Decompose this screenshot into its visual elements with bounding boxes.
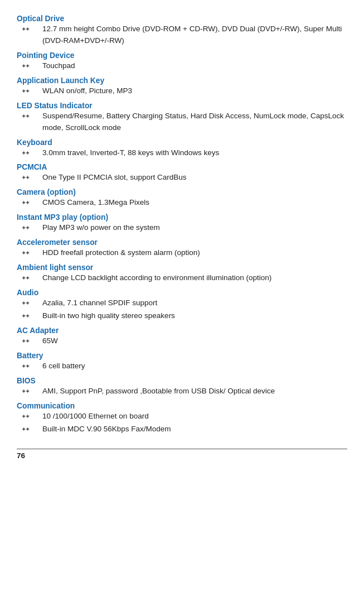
page-footer: 76 (17, 449, 347, 460)
bullet-icon: ✦✦ (21, 247, 42, 258)
bullet-icon: ✦✦ (21, 172, 42, 182)
bullet-icon: ✦✦ (21, 85, 42, 96)
page-number: 76 (17, 451, 25, 460)
section-heading-2: Application Launch Key (17, 76, 347, 85)
item-row: ✦✦HDD freefall protection & system alarm… (17, 247, 347, 259)
section-heading-11: AC Adapter (17, 326, 347, 335)
bullet-icon: ✦✦ (21, 197, 42, 208)
item-row: ✦✦One Type II PCMCIA slot, support CardB… (17, 172, 347, 184)
bullet-icon: ✦✦ (21, 23, 42, 34)
bullet-icon: ✦✦ (21, 147, 42, 158)
content-area: Optical Drive✦✦12.7 mm height Combo Driv… (17, 15, 347, 435)
section-heading-4: Keyboard (17, 138, 347, 147)
item-row: ✦✦10 /100/1000 Ethernet on board (17, 411, 347, 422)
bullet-icon: ✦✦ (21, 272, 42, 283)
item-text: Azalia, 7.1 channel SPDIF support (42, 297, 347, 309)
item-row: ✦✦Touchpad (17, 60, 347, 72)
item-row: ✦✦6 cell battery (17, 360, 347, 372)
bullet-icon: ✦✦ (21, 310, 42, 321)
item-text: Change LCD backlight according to enviro… (42, 272, 347, 284)
section-heading-13: BIOS (17, 377, 347, 385)
item-text: Built-in MDC V.90 56Kbps Fax/Modem (42, 424, 347, 435)
item-text: Suspend/Resume, Battery Charging Status,… (42, 110, 347, 134)
item-row: ✦✦65W (17, 335, 347, 347)
item-row: ✦✦WLAN on/off, Picture, MP3 (17, 85, 347, 97)
item-text: 6 cell battery (42, 360, 347, 372)
item-text: Built-in two high quality stereo speaker… (42, 310, 347, 322)
item-text: AMI, Support PnP, password ,Bootable fro… (42, 386, 347, 397)
bullet-icon: ✦✦ (21, 335, 42, 346)
item-row: ✦✦AMI, Support PnP, password ,Bootable f… (17, 386, 347, 397)
item-row: ✦✦12.7 mm height Combo Drive (DVD-ROM + … (17, 23, 347, 47)
item-row: ✦✦Change LCD backlight according to envi… (17, 272, 347, 284)
section-heading-7: Instant MP3 play (option) (17, 213, 347, 222)
section-heading-10: Audio (17, 289, 347, 297)
item-text: 3.0mm travel, Inverted-T, 88 keys with W… (42, 147, 347, 159)
bullet-icon: ✦✦ (21, 360, 42, 371)
bullet-icon: ✦✦ (21, 386, 42, 396)
item-text: WLAN on/off, Picture, MP3 (42, 85, 347, 97)
section-heading-1: Pointing Device (17, 51, 347, 60)
bullet-icon: ✦✦ (21, 60, 42, 71)
section-heading-0: Optical Drive (17, 15, 347, 23)
item-text: CMOS Camera, 1.3Mega Pixels (42, 197, 347, 209)
section-heading-3: LED Status Indicator (17, 102, 347, 110)
section-heading-6: Camera (option) (17, 188, 347, 196)
bullet-icon: ✦✦ (21, 411, 42, 421)
item-row: ✦✦3.0mm travel, Inverted-T, 88 keys with… (17, 147, 347, 159)
item-row: ✦✦Azalia, 7.1 channel SPDIF support (17, 297, 347, 309)
bullet-icon: ✦✦ (21, 110, 42, 121)
item-text: HDD freefall protection & system alarm (… (42, 247, 347, 259)
section-heading-5: PCMCIA (17, 163, 347, 171)
section-heading-8: Accelerometer sensor (17, 238, 347, 247)
item-text: 12.7 mm height Combo Drive (DVD-ROM + CD… (42, 23, 347, 47)
item-row: ✦✦Built-in MDC V.90 56Kbps Fax/Modem (17, 424, 347, 435)
item-row: ✦✦CMOS Camera, 1.3Mega Pixels (17, 197, 347, 209)
section-heading-9: Ambient light sensor (17, 263, 347, 272)
item-text: 10 /100/1000 Ethernet on board (42, 411, 347, 422)
item-text: One Type II PCMCIA slot, support CardBus (42, 172, 347, 184)
section-heading-14: Communication (17, 402, 347, 410)
item-row: ✦✦Suspend/Resume, Battery Charging Statu… (17, 110, 347, 134)
item-row: ✦✦Play MP3 w/o power on the system (17, 222, 347, 234)
bullet-icon: ✦✦ (21, 222, 42, 233)
section-heading-12: Battery (17, 352, 347, 360)
bullet-icon: ✦✦ (21, 424, 42, 434)
bullet-icon: ✦✦ (21, 297, 42, 308)
item-text: Touchpad (42, 60, 347, 72)
item-text: Play MP3 w/o power on the system (42, 222, 347, 234)
item-row: ✦✦Built-in two high quality stereo speak… (17, 310, 347, 322)
item-text: 65W (42, 335, 347, 347)
